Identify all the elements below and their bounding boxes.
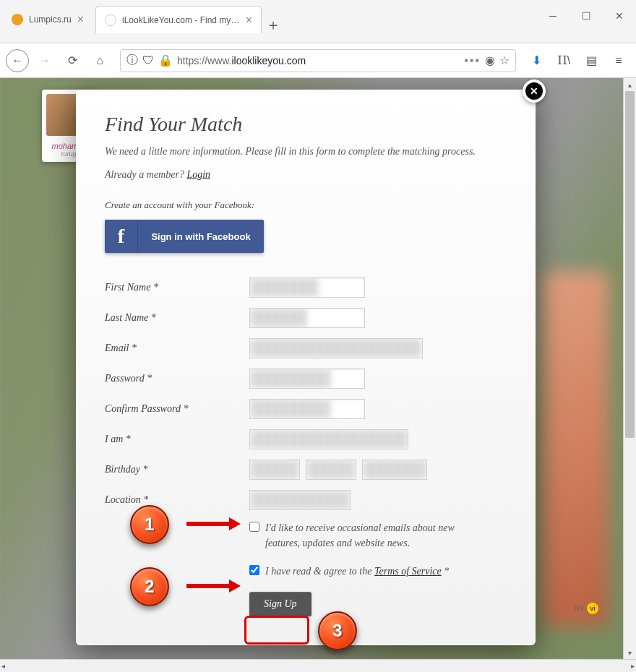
tab-strip: Lumpics.ru × iLookLikeYou.com - Find my … (0, 6, 536, 33)
new-tab-button[interactable]: ＋ (262, 13, 285, 36)
label-email: Email * (105, 343, 249, 354)
tab-favicon (12, 14, 23, 25)
downloads-button[interactable]: ⬇ (525, 49, 548, 72)
member-prompt: Already a member? Login (105, 169, 507, 181)
emails-checkbox[interactable] (249, 522, 259, 532)
terms-link[interactable]: Terms of Service (374, 566, 442, 577)
vi-icon: vi (587, 603, 598, 614)
first-name-input[interactable] (249, 277, 365, 298)
modal-subtitle: We need a little more information. Pleas… (105, 146, 507, 158)
minimize-button[interactable]: ─ (536, 4, 570, 27)
lock-icon: 🔒 (158, 53, 173, 67)
scroll-up-icon[interactable]: ▴ (624, 78, 636, 91)
vertical-scrollbar[interactable]: ▴ ▾ (623, 78, 636, 659)
gender-select[interactable] (249, 429, 408, 449)
birthday-month-select[interactable] (249, 460, 300, 480)
close-icon: ✕ (525, 82, 543, 100)
emails-checkbox-label: I'd like to receive occasional emails ab… (265, 520, 468, 551)
bookmark-star-icon[interactable]: ☆ (499, 53, 510, 67)
terms-checkbox-label: I have read & agree to the Terms of Serv… (265, 564, 449, 579)
label-password: Password * (105, 373, 249, 384)
signup-button[interactable]: Sign Up (249, 592, 311, 616)
facebook-label: Create an account with your Facebook: (105, 199, 507, 211)
annotation-arrow-1 (186, 522, 230, 526)
ad-banner (542, 272, 609, 626)
birthday-day-select[interactable] (306, 460, 356, 480)
maximize-button[interactable]: ☐ (570, 4, 603, 27)
annotation-badge-2: 2 (130, 567, 169, 606)
library-button[interactable]: 𝖨𝖨\ (552, 49, 575, 72)
menu-button[interactable]: ≡ (607, 49, 630, 72)
terms-checkbox[interactable] (249, 565, 259, 575)
more-icon[interactable]: ••• (464, 54, 481, 67)
forward-button[interactable]: → (33, 49, 56, 72)
close-window-button[interactable]: ✕ (603, 4, 636, 27)
ad-attribution: BY vi (575, 603, 598, 614)
page-content: mohamed rurugi BY vi ✕ Find Your Match W… (0, 78, 636, 659)
shield-icon: 🛡 (142, 54, 154, 67)
label-confirm-password: Confirm Password * (105, 403, 249, 415)
close-icon[interactable]: × (246, 14, 252, 27)
facebook-button-label: Sign in with Facebook (138, 231, 264, 242)
tab-ilooklikeyou[interactable]: iLookLikeYou.com - Find my lo × (95, 6, 262, 33)
annotation-badge-1: 1 (130, 505, 169, 544)
location-input[interactable] (249, 490, 351, 510)
close-icon[interactable]: × (77, 13, 84, 26)
annotation-arrow-2 (186, 584, 230, 588)
facebook-signin-button[interactable]: f Sign in with Facebook (105, 220, 264, 253)
horizontal-scrollbar[interactable]: ◂ ▸ (0, 659, 636, 672)
navbar: ← → ⟳ ⌂ ⓘ 🛡 🔒 https://www.ilooklikeyou.c… (0, 43, 636, 78)
permission-icon[interactable]: ◉ (485, 53, 495, 67)
label-last-name: Last Name * (105, 312, 249, 324)
scrollbar-thumb[interactable] (625, 91, 635, 438)
scroll-down-icon[interactable]: ▾ (624, 646, 636, 659)
browser-titlebar: Lumpics.ru × iLookLikeYou.com - Find my … (0, 0, 636, 43)
password-input[interactable] (249, 369, 365, 389)
modal-title: Find Your Match (105, 113, 507, 136)
window-controls: ─ ☐ ✕ (536, 4, 636, 27)
label-first-name: First Name * (105, 282, 249, 293)
url-bar[interactable]: ⓘ 🛡 🔒 https://www.ilooklikeyou.com ••• ◉… (120, 49, 516, 72)
facebook-icon: f (105, 220, 138, 253)
signup-modal: ✕ Find Your Match We need a little more … (76, 90, 536, 645)
annotation-badge-3: 3 (318, 611, 357, 650)
birthday-year-select[interactable] (362, 460, 427, 480)
login-link[interactable]: Login (186, 169, 210, 180)
confirm-password-input[interactable] (249, 399, 365, 419)
reload-button[interactable]: ⟳ (61, 49, 84, 72)
modal-close-button[interactable]: ✕ (523, 79, 546, 103)
tab-title: iLookLikeYou.com - Find my lo (122, 15, 240, 25)
tab-lumpics[interactable]: Lumpics.ru × (3, 6, 93, 33)
back-button[interactable]: ← (6, 49, 29, 72)
email-input[interactable] (249, 338, 423, 358)
last-name-input[interactable] (249, 308, 365, 328)
label-birthday: Birthday * (105, 464, 249, 475)
label-i-am: I am * (105, 434, 249, 445)
info-icon: ⓘ (126, 53, 138, 68)
scroll-right-icon[interactable]: ▸ (631, 662, 635, 670)
home-button[interactable]: ⌂ (88, 49, 111, 72)
tab-title: Lumpics.ru (29, 14, 72, 25)
scroll-left-icon[interactable]: ◂ (1, 662, 5, 670)
tab-favicon (105, 14, 116, 26)
label-location: Location * (105, 494, 249, 506)
url-text: https://www.ilooklikeyou.com (177, 55, 306, 66)
sidebar-button[interactable]: ▤ (580, 49, 603, 72)
